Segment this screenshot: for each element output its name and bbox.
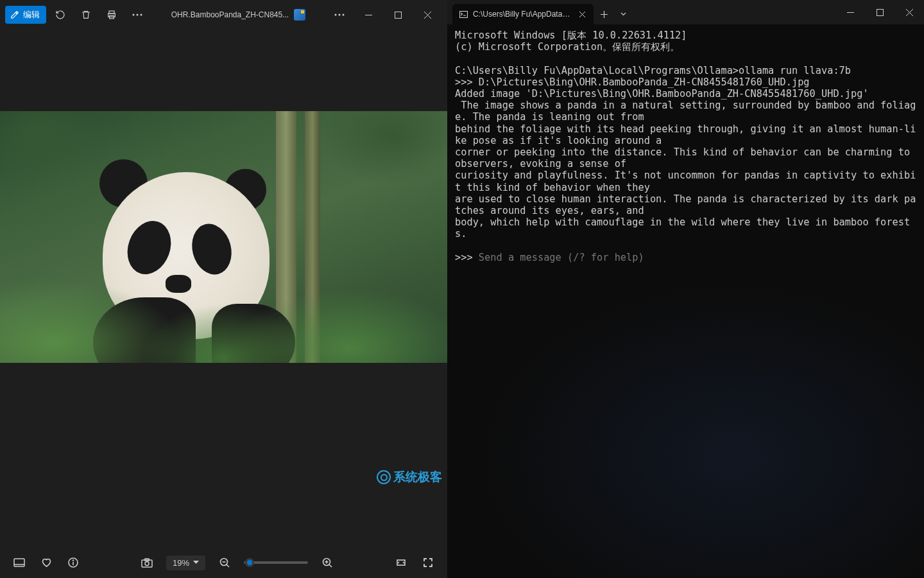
more-icon xyxy=(132,13,142,16)
terminal-window-controls xyxy=(835,0,924,24)
minimize-icon xyxy=(365,15,372,15)
terminal-minimize-button[interactable] xyxy=(835,2,865,22)
window-controls xyxy=(354,4,442,26)
terminal-body[interactable]: Microsoft Windows [版本 10.0.22631.4112] (… xyxy=(447,24,924,578)
more-button-right[interactable] xyxy=(328,4,351,26)
photos-window: 编辑 OHR.BambooPanda_ZH-CN845... xyxy=(0,0,447,578)
zoom-out-icon xyxy=(219,557,230,568)
svg-rect-10 xyxy=(395,12,401,18)
svg-point-15 xyxy=(73,560,74,561)
terminal-tab[interactable]: C:\Users\Billy Fu\AppData\Lo xyxy=(452,4,594,24)
minimize-icon xyxy=(847,12,854,13)
edit-button[interactable]: 编辑 xyxy=(5,6,46,24)
svg-rect-0 xyxy=(109,11,114,13)
svg-line-20 xyxy=(227,565,229,567)
terminal-placeholder: Send a message (/? for help) xyxy=(479,252,644,263)
terminal-close-button[interactable] xyxy=(894,2,924,22)
chevron-down-icon xyxy=(193,561,199,565)
window-title: OHR.BambooPanda_ZH-CN845... xyxy=(171,10,289,19)
zoom-in-icon xyxy=(322,557,332,568)
terminal-maximize-button[interactable] xyxy=(865,2,894,22)
terminal-prompt: >>> xyxy=(455,252,479,263)
maximize-button[interactable] xyxy=(383,4,413,26)
edit-button-label: 编辑 xyxy=(23,9,40,21)
delete-button[interactable] xyxy=(74,4,98,26)
image-canvas[interactable]: 系统极客 xyxy=(0,30,447,547)
more-icon xyxy=(334,13,345,16)
svg-rect-11 xyxy=(14,559,24,566)
close-icon xyxy=(579,12,585,17)
svg-point-8 xyxy=(343,14,345,16)
heart-icon xyxy=(41,557,52,568)
cmd-icon xyxy=(459,10,468,19)
maximize-icon xyxy=(395,12,402,19)
svg-point-3 xyxy=(133,14,135,16)
zoom-out-button[interactable] xyxy=(213,552,236,574)
watermark-icon xyxy=(377,470,391,484)
camera-icon xyxy=(141,558,153,568)
close-icon xyxy=(906,9,913,16)
displayed-image xyxy=(0,111,447,363)
print-button[interactable] xyxy=(100,4,123,26)
app-icon xyxy=(294,9,305,21)
trash-icon xyxy=(81,10,91,20)
svg-point-7 xyxy=(339,14,341,16)
zoom-level-text: 19% xyxy=(173,558,189,568)
zoom-in-button[interactable] xyxy=(316,552,339,574)
terminal-output: Microsoft Windows [版本 10.0.22631.4112] (… xyxy=(455,30,916,240)
close-button[interactable] xyxy=(413,4,442,26)
terminal-titlebar: C:\Users\Billy Fu\AppData\Lo xyxy=(447,0,924,24)
svg-point-4 xyxy=(137,14,139,16)
svg-line-23 xyxy=(329,565,332,567)
tab-dropdown-button[interactable] xyxy=(614,4,632,24)
rotate-button[interactable] xyxy=(49,4,72,26)
fullscreen-icon xyxy=(423,557,433,568)
svg-rect-28 xyxy=(847,12,854,13)
window-title-area: OHR.BambooPanda_ZH-CN845... xyxy=(151,9,325,21)
filmstrip-button[interactable] xyxy=(8,552,31,574)
favorite-button[interactable] xyxy=(35,552,58,574)
slideshow-button[interactable] xyxy=(135,552,158,574)
minimize-button[interactable] xyxy=(354,4,383,26)
svg-rect-9 xyxy=(365,15,372,15)
watermark-text: 系统极客 xyxy=(393,469,442,486)
close-icon xyxy=(424,12,431,19)
print-icon xyxy=(107,10,117,20)
terminal-tab-title: C:\Users\Billy Fu\AppData\Lo xyxy=(473,10,572,19)
tab-close-button[interactable] xyxy=(577,9,587,19)
terminal-window: C:\Users\Billy Fu\AppData\Lo Microsoft W… xyxy=(447,0,924,578)
watermark: 系统极客 xyxy=(377,469,442,486)
more-button-left[interactable] xyxy=(126,4,149,26)
svg-point-6 xyxy=(335,14,337,16)
new-tab-button[interactable] xyxy=(594,4,614,24)
svg-rect-29 xyxy=(877,9,883,15)
info-icon xyxy=(68,557,78,568)
photos-bottombar: 19% xyxy=(0,547,447,578)
filmstrip-icon xyxy=(13,558,25,567)
fit-icon xyxy=(396,557,406,568)
edit-icon xyxy=(10,10,19,19)
svg-point-5 xyxy=(141,14,142,16)
info-button[interactable] xyxy=(62,552,85,574)
svg-point-17 xyxy=(145,561,149,565)
zoom-slider-thumb[interactable] xyxy=(245,558,254,567)
svg-rect-27 xyxy=(459,11,467,17)
photos-titlebar: 编辑 OHR.BambooPanda_ZH-CN845... xyxy=(0,0,447,30)
zoom-level[interactable]: 19% xyxy=(166,556,205,570)
zoom-slider[interactable] xyxy=(244,561,308,564)
fit-button[interactable] xyxy=(389,552,413,574)
fullscreen-button[interactable] xyxy=(416,552,440,574)
plus-icon xyxy=(601,11,608,18)
chevron-down-icon xyxy=(620,12,626,16)
rotate-icon xyxy=(55,10,65,20)
maximize-icon xyxy=(877,9,884,16)
